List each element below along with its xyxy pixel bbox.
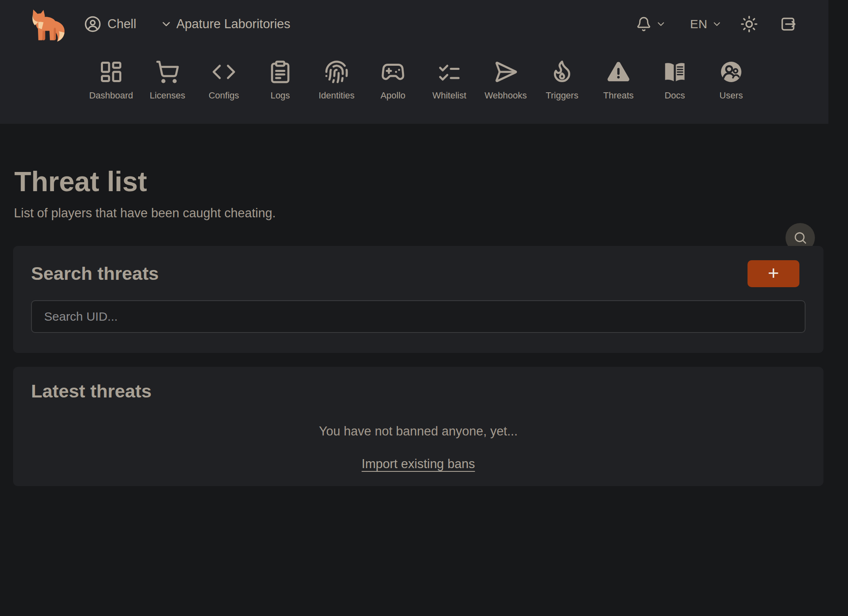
alert-triangle-icon	[606, 60, 631, 84]
book-open-icon	[663, 60, 687, 84]
bell-icon	[636, 16, 652, 32]
user-menu[interactable]: Chell	[84, 16, 136, 33]
gamepad-icon	[381, 60, 405, 84]
flame-icon	[550, 60, 574, 84]
latest-threats-card: Latest threats You have not banned anyon…	[13, 367, 823, 486]
org-name: Apature Laboritories	[176, 17, 290, 31]
log-out-icon	[779, 16, 797, 33]
page-header: Threat list List of players that have be…	[0, 165, 828, 221]
nav-item-triggers[interactable]: Triggers	[534, 60, 590, 101]
nav-item-users[interactable]: Users	[703, 60, 759, 101]
circle-user-icon	[84, 16, 101, 33]
nav-item-licenses[interactable]: Licenses	[139, 60, 196, 101]
users-circle-icon	[719, 60, 743, 84]
page-title: Threat list	[14, 165, 823, 198]
chevron-down-icon	[656, 19, 666, 29]
empty-message: You have not banned anyone, yet...	[31, 424, 806, 439]
header: Chell Apature Laboritories	[0, 0, 828, 124]
nav-item-whitelist[interactable]: Whitelist	[421, 60, 478, 101]
main-nav: Dashboard Licenses Configs	[0, 60, 828, 101]
layout-dashboard-icon	[99, 60, 123, 84]
search-icon	[793, 231, 807, 245]
theme-toggle-button[interactable]	[740, 15, 758, 33]
fingerprint-icon	[324, 60, 349, 84]
search-uid-input[interactable]	[31, 300, 806, 333]
notifications-menu[interactable]	[636, 16, 666, 32]
main-content: Threat list List of players that have be…	[0, 124, 828, 486]
scrollbar-track[interactable]	[828, 0, 848, 616]
sun-icon	[740, 15, 758, 33]
latest-card-title: Latest threats	[31, 381, 806, 402]
plus-icon: +	[768, 263, 779, 282]
user-name: Chell	[107, 17, 136, 31]
nav-item-dashboard[interactable]: Dashboard	[83, 60, 139, 101]
shopping-cart-icon	[155, 60, 180, 84]
link-row: Import existing bans	[31, 457, 806, 471]
nav-item-threats[interactable]: Threats	[590, 60, 647, 101]
nav-item-webhooks[interactable]: Webhooks	[478, 60, 534, 101]
top-bar-actions: EN	[636, 15, 797, 33]
list-checks-icon	[437, 60, 462, 84]
language-selector[interactable]: EN	[690, 17, 722, 31]
org-selector[interactable]: Apature Laboritories	[160, 17, 290, 31]
page-subtitle: List of players that have been caught ch…	[14, 206, 823, 221]
nav-item-docs[interactable]: Docs	[647, 60, 703, 101]
chevron-down-icon	[160, 18, 172, 30]
code-icon	[212, 60, 236, 84]
brand-logo[interactable]	[29, 8, 68, 44]
top-bar: Chell Apature Laboritories	[0, 0, 828, 48]
import-bans-link[interactable]: Import existing bans	[362, 457, 475, 471]
nav-item-apollo[interactable]: Apollo	[365, 60, 421, 101]
nav-item-configs[interactable]: Configs	[196, 60, 252, 101]
logout-button[interactable]	[779, 16, 797, 33]
nav-item-logs[interactable]: Logs	[252, 60, 308, 101]
language-code: EN	[690, 17, 707, 31]
add-threat-button[interactable]: +	[748, 260, 799, 287]
search-threats-card: Search threats +	[13, 246, 823, 353]
nav-item-identities[interactable]: Identities	[308, 60, 365, 101]
clipboard-list-icon	[268, 60, 292, 84]
fox-logo-icon	[29, 8, 68, 44]
send-icon	[493, 60, 518, 84]
search-card-title: Search threats	[31, 263, 806, 284]
chevron-down-icon	[712, 19, 722, 29]
